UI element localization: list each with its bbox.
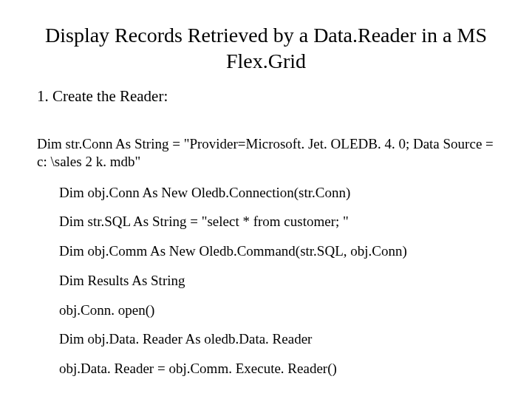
- step-heading: 1. Create the Reader:: [37, 87, 495, 106]
- code-line: Dim obj.Comm As New Oledb.Command(str.SQ…: [59, 242, 495, 260]
- code-line: obj.Data. Reader = obj.Comm. Execute. Re…: [59, 360, 495, 378]
- code-line: Dim obj.Conn As New Oledb.Connection(str…: [59, 184, 495, 202]
- slide-title: Display Records Retrieved by a Data.Read…: [37, 22, 495, 74]
- code-line: Dim obj.Data. Reader As oledb.Data. Read…: [59, 330, 495, 348]
- code-block: Dim obj.Conn As New Oledb.Connection(str…: [37, 184, 495, 378]
- code-line: Dim str.SQL As String = "select * from c…: [59, 213, 495, 231]
- code-line: Dim Results As String: [59, 272, 495, 290]
- connection-string-line: Dim str.Conn As String = "Provider=Micro…: [37, 135, 495, 171]
- code-line: obj.Conn. open(): [59, 301, 495, 319]
